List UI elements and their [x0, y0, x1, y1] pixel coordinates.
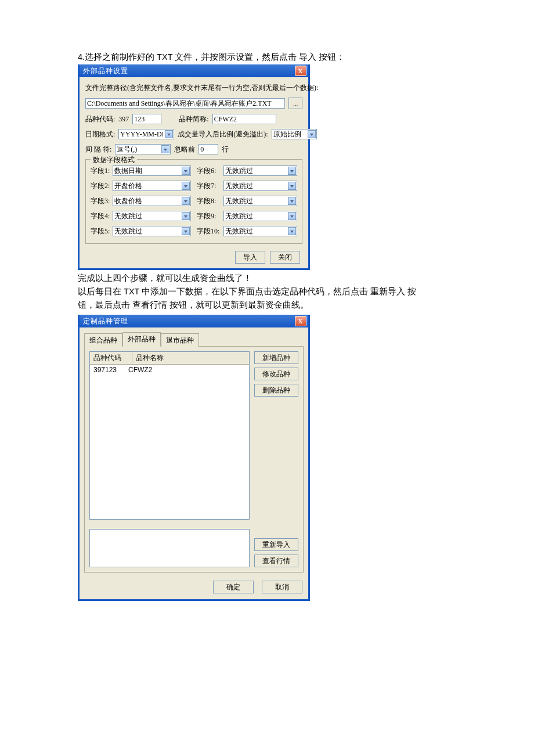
field6-select[interactable]: 无效跳过 [223, 165, 297, 176]
field7-label: 字段7: [197, 181, 223, 191]
name-input[interactable] [212, 114, 276, 124]
path-input[interactable] [85, 98, 285, 109]
edit-variety-button[interactable]: 修改品种 [254, 368, 298, 380]
doc-line-3: 以后每日在 TXT 中添加一下数据，在以下界面点击选定品种代码，然后点击 重新导… [78, 286, 534, 298]
tab-delisted[interactable]: 退市品种 [161, 333, 199, 347]
field-format-group: 数据字段格式 字段1:数据日期 字段2:开盘价格 字段3:收盘价格 字段4:无效… [85, 159, 302, 244]
import-button[interactable]: 导入 [235, 251, 265, 264]
cell-name: CFWZ2 [128, 366, 152, 374]
skip-post-label: 行 [222, 145, 229, 154]
cancel-button[interactable]: 取消 [262, 581, 302, 593]
skip-pre-label: 忽略前 [174, 145, 195, 154]
field5-select[interactable]: 无效跳过 [113, 226, 191, 236]
tab-external[interactable]: 外部品种 [122, 332, 161, 347]
dialog2-title: 定制品种管理 [83, 316, 128, 326]
field2-select[interactable]: 开盘价格 [113, 181, 191, 191]
name-label: 品种简称: [179, 114, 208, 124]
tab-pane: 品种代码 品种名称 397123 CFWZ2 新增品种 修改品种 删除品种 [84, 346, 304, 573]
field8-select[interactable]: 无效跳过 [223, 196, 297, 206]
field1-label: 字段1: [91, 166, 113, 176]
path-label: 文件完整路径(含完整文件名,要求文件末尾有一行为空,否则无最后一个数据): [85, 83, 318, 93]
tab-combined[interactable]: 组合品种 [84, 333, 122, 347]
field3-label: 字段3: [91, 196, 113, 206]
doc-line-4: 钮，最后点击 查看行情 按钮，就可以更新到最新资金曲线。 [78, 299, 534, 311]
view-quote-button[interactable]: 查看行情 [254, 555, 298, 567]
external-variety-dialog: 外部品种设置 X 文件完整路径(含完整文件名,要求文件末尾有一行为空,否则无最后… [78, 64, 310, 270]
field6-label: 字段6: [197, 166, 223, 176]
separator-select[interactable]: 逗号(,) [115, 144, 171, 154]
field9-label: 字段9: [197, 211, 223, 221]
browse-button[interactable]: ... [288, 98, 302, 109]
doc-line-2: 完成以上四个步骤，就可以生成资金曲线了！ [78, 272, 534, 285]
variety-list[interactable]: 品种代码 品种名称 397123 CFWZ2 [89, 351, 250, 520]
field3-select[interactable]: 收盘价格 [113, 196, 191, 206]
group-title: 数据字段格式 [91, 155, 137, 165]
dialog-title: 外部品种设置 [83, 66, 128, 76]
list-item[interactable]: 397123 CFWZ2 [90, 365, 249, 375]
add-variety-button[interactable]: 新增品种 [254, 351, 298, 364]
close-icon[interactable]: X [295, 316, 306, 326]
code-label: 品种代码: [85, 114, 115, 124]
field4-select[interactable]: 无效跳过 [113, 211, 191, 221]
cell-code: 397123 [93, 366, 128, 374]
ratio-label: 成交量导入后比例(避免溢出): [178, 129, 268, 139]
ok-button[interactable]: 确定 [213, 581, 254, 593]
field10-select[interactable]: 无效跳过 [223, 226, 297, 236]
col-code[interactable]: 品种代码 [90, 352, 132, 364]
date-format-label: 日期格式: [85, 129, 115, 139]
memo-box[interactable] [89, 529, 250, 567]
field5-label: 字段5: [91, 226, 113, 236]
doc-line-1: 4.选择之前制作好的 TXT 文件，并按图示设置，然后点击 导入 按钮： [78, 51, 534, 63]
reimport-button[interactable]: 重新导入 [254, 538, 298, 551]
field1-select[interactable]: 数据日期 [113, 165, 191, 176]
delete-variety-button[interactable]: 删除品种 [254, 384, 298, 397]
code-input[interactable] [132, 114, 161, 124]
field8-label: 字段8: [197, 196, 223, 206]
field2-label: 字段2: [91, 181, 113, 191]
list-header: 品种代码 品种名称 [90, 352, 249, 365]
field9-select[interactable]: 无效跳过 [223, 211, 297, 221]
skip-input[interactable] [199, 144, 218, 154]
date-format-select[interactable]: YYYY-MM-DD [118, 129, 174, 139]
separator-label: 间 隔 符: [85, 145, 111, 154]
code-prefix: 397 [118, 115, 129, 124]
field10-label: 字段10: [197, 226, 223, 236]
field4-label: 字段4: [91, 211, 113, 221]
close-button[interactable]: 关闭 [270, 251, 300, 264]
dialog2-titlebar: 定制品种管理 X [80, 315, 308, 327]
ratio-select[interactable]: 原始比例 [272, 129, 317, 139]
col-name[interactable]: 品种名称 [132, 352, 249, 364]
close-icon[interactable]: X [295, 66, 306, 76]
field7-select[interactable]: 无效跳过 [223, 181, 297, 191]
custom-variety-manage-dialog: 定制品种管理 X 组合品种 外部品种 退市品种 品种代码 品种名称 [78, 315, 310, 601]
dialog-titlebar: 外部品种设置 X [80, 64, 308, 77]
